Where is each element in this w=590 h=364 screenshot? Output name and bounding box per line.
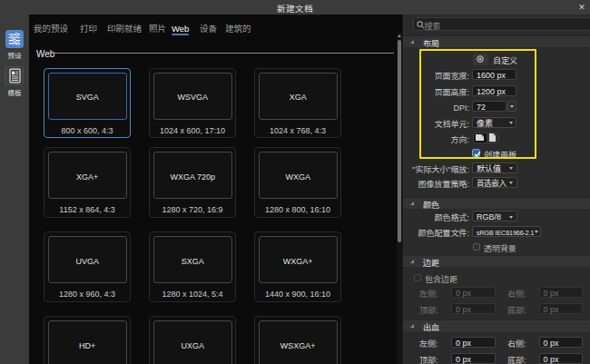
sidebar: 预设 模板 xyxy=(0,15,29,364)
dpi-label: DPI: xyxy=(453,102,469,113)
preset-dims: 1280 x 720, 16:9 xyxy=(150,203,235,215)
bleed-bottom-input[interactable]: 0 px xyxy=(539,353,584,364)
bleed-bottom-label: 底部: xyxy=(507,354,526,364)
bleed-right-label: 右侧: xyxy=(507,338,526,349)
collapse-triangle-icon xyxy=(410,40,414,44)
include-margins-checkbox[interactable] xyxy=(414,274,421,281)
scrollbar-thumb[interactable] xyxy=(398,40,402,242)
tab-my-presets[interactable]: 我的预设 xyxy=(34,22,68,34)
tab-photo[interactable]: 照片 xyxy=(149,22,166,34)
margin-top-label: 顶部: xyxy=(419,304,438,316)
dpi-dropdown-button[interactable] xyxy=(507,101,516,112)
preset-card-hd-plus[interactable]: HD+ xyxy=(44,316,131,364)
close-icon[interactable]: ✕ xyxy=(576,2,587,13)
image-placement-value: 首选嵌入 xyxy=(477,178,506,188)
margin-right-value: 0 px xyxy=(544,288,559,298)
page-width-input[interactable]: 1600 px xyxy=(472,69,516,80)
page-height-input[interactable]: 1200 px xyxy=(472,85,516,96)
bleed-right-value: 0 px xyxy=(544,338,559,348)
landscape-page-icon xyxy=(475,133,485,142)
preset-name: HD+ xyxy=(49,321,126,364)
sidebar-item-templates[interactable]: 模板 xyxy=(0,87,29,97)
transparent-background-checkbox[interactable] xyxy=(473,243,480,251)
preset-card-sxga[interactable]: SXGA 1280 x 1024, 5:4 xyxy=(149,231,236,302)
section-bleed[interactable]: 出血 xyxy=(403,320,590,331)
search-input[interactable]: 搜索 xyxy=(413,17,590,31)
preset-dims: 1024 x 600, 17:10 xyxy=(150,124,235,136)
active-tab-underline xyxy=(172,34,189,35)
preset-thumb: WXGA xyxy=(259,152,338,199)
section-layout[interactable]: 布局 xyxy=(403,35,590,47)
color-format-dropdown[interactable]: RGB/8 xyxy=(472,211,517,221)
preset-name: SXGA xyxy=(154,237,231,284)
margin-bottom-label: 底部: xyxy=(507,304,526,316)
image-placement-dropdown[interactable]: 首选嵌入 xyxy=(472,177,517,188)
preset-card-svga[interactable]: SVGA 800 x 600, 4:3 xyxy=(44,68,131,139)
transparent-background-label[interactable]: 透明背景 xyxy=(484,242,516,254)
section-label: 布局 xyxy=(423,37,439,49)
main-area: 我的预设 打印 印刷就绪 照片 Web 设备 建筑的 Web SVGA 800 … xyxy=(29,15,402,364)
section-margins[interactable]: 边距 xyxy=(403,255,590,267)
templates-icon[interactable] xyxy=(5,66,24,86)
preset-thumb: UXGA xyxy=(153,320,232,364)
bleed-left-input[interactable]: 0 px xyxy=(451,337,496,348)
preset-thumb: WSXGA+ xyxy=(259,320,338,364)
color-profile-dropdown[interactable]: sRGB IEC61966-2.1 xyxy=(472,226,541,237)
sliders-icon xyxy=(5,30,24,48)
orientation-toggle xyxy=(473,133,499,144)
custom-preset-button[interactable] xyxy=(473,54,488,65)
preset-name: SVGA xyxy=(49,74,126,121)
bleed-top-label: 顶部: xyxy=(419,354,438,364)
search-icon xyxy=(417,21,425,29)
presets-icon[interactable] xyxy=(5,30,24,48)
margin-left-input[interactable]: 0 px xyxy=(451,287,496,298)
tab-print[interactable]: 打印 xyxy=(80,22,97,34)
margin-right-input[interactable]: 0 px xyxy=(539,287,584,298)
preset-card-xga-plus[interactable]: XGA+ 1152 x 864, 4:3 xyxy=(44,147,131,218)
dpi-input[interactable]: 72 xyxy=(472,101,506,112)
preset-dims: 1024 x 768, 4:3 xyxy=(255,124,340,136)
preset-card-wxga-720p[interactable]: WXGA 720p 1280 x 720, 16:9 xyxy=(149,147,236,218)
portrait-page-icon xyxy=(488,133,497,143)
margin-bottom-input[interactable]: 0 px xyxy=(539,303,584,314)
dpi-value: 72 xyxy=(477,102,486,112)
tab-web[interactable]: Web xyxy=(172,22,189,34)
preset-card-wsxga-plus[interactable]: WSXGA+ xyxy=(254,316,341,364)
actual-size-zoom-dropdown[interactable]: 默认值 xyxy=(472,162,517,173)
preset-card-wxga[interactable]: WXGA 1280 x 800, 16:10 xyxy=(254,147,341,218)
section-color[interactable]: 颜色 xyxy=(403,197,590,209)
preset-card-xga[interactable]: XGA 1024 x 768, 4:3 xyxy=(254,68,341,139)
preset-name: WXGA+ xyxy=(260,237,337,284)
tab-devices[interactable]: 设备 xyxy=(200,22,217,34)
collapse-triangle-icon xyxy=(410,324,414,328)
bleed-bottom-value: 0 px xyxy=(544,354,559,364)
create-artboard-checkbox[interactable] xyxy=(472,149,480,157)
chevron-down-icon xyxy=(510,105,514,108)
scrollbar-up-arrow-icon[interactable] xyxy=(398,34,401,37)
preset-thumb: WXGA 720p xyxy=(153,152,232,199)
units-dropdown[interactable]: 像素 xyxy=(472,117,516,128)
margin-top-input[interactable]: 0 px xyxy=(451,303,496,314)
preset-card-wsvga[interactable]: WSVGA 1024 x 600, 17:10 xyxy=(149,68,236,139)
bleed-left-value: 0 px xyxy=(456,338,471,348)
sidebar-item-presets[interactable]: 预设 xyxy=(0,50,29,60)
landscape-orientation-button[interactable] xyxy=(474,133,487,143)
custom-preset-label[interactable]: 自定义 xyxy=(493,54,517,66)
page-width-label: 页面宽度: xyxy=(434,70,469,82)
preset-card-uxga[interactable]: UXGA xyxy=(149,316,236,364)
portrait-orientation-button[interactable] xyxy=(487,133,499,143)
include-margins-label[interactable]: 包含边距 xyxy=(425,273,457,285)
preset-name: WSVGA xyxy=(154,74,231,121)
create-artboard-label[interactable]: 创建画板 xyxy=(484,149,516,161)
bleed-top-input[interactable]: 0 px xyxy=(451,353,496,364)
chevron-down-icon xyxy=(509,182,513,184)
bleed-right-input[interactable]: 0 px xyxy=(539,337,584,348)
preset-card-uvga[interactable]: UVGA 1280 x 960, 4:3 xyxy=(44,231,131,302)
titlebar: 新建文档 ✕ xyxy=(0,0,590,15)
tab-architectural[interactable]: 建筑的 xyxy=(225,22,251,34)
preset-card-wxga-plus[interactable]: WXGA+ 1440 x 900, 16:10 xyxy=(254,231,341,302)
tab-press-ready[interactable]: 印刷就绪 xyxy=(107,22,142,34)
preset-thumb: WXGA+ xyxy=(259,236,338,283)
preset-name: XGA+ xyxy=(49,152,126,200)
preset-thumb: XGA+ xyxy=(48,152,127,199)
